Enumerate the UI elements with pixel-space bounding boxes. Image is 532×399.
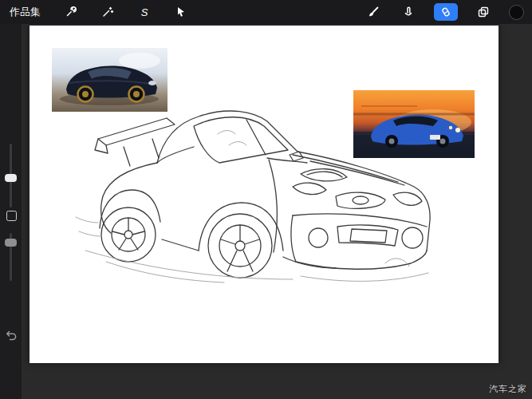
layers-icon	[477, 6, 490, 18]
modify-button[interactable]	[6, 211, 17, 221]
color-swatch[interactable]	[509, 5, 524, 20]
brush-size-handle[interactable]	[5, 174, 17, 182]
brush-button[interactable]	[364, 3, 383, 21]
brush-icon	[367, 6, 380, 18]
layers-button[interactable]	[474, 3, 493, 21]
selection-button[interactable]: S	[135, 3, 154, 21]
left-tool-group: S	[61, 3, 191, 21]
procreate-canvas-screen: { "topbar": { "gallery_label": "作品集", "l…	[0, 0, 532, 399]
undo-arrow-icon	[5, 329, 18, 342]
adjustments-button[interactable]	[98, 3, 117, 21]
blue-subaru-sunset-photo	[353, 90, 475, 158]
black-car-image	[52, 48, 167, 112]
drawing-canvas[interactable]	[30, 26, 499, 363]
right-tool-group	[364, 3, 524, 21]
eraser-icon	[439, 6, 452, 18]
black-model-car-photo	[52, 48, 167, 112]
transform-button[interactable]	[171, 3, 191, 21]
selection-icon: S	[138, 6, 151, 18]
brush-sidebar	[0, 24, 22, 399]
transform-arrow-icon	[175, 6, 187, 18]
smudge-finger-icon	[402, 6, 415, 18]
opacity-handle[interactable]	[5, 239, 17, 247]
actions-wrench-button[interactable]	[61, 3, 81, 21]
svg-text:S: S	[141, 6, 148, 18]
wrench-icon	[65, 6, 77, 18]
eraser-button[interactable]	[434, 3, 458, 21]
watermark: 汽车之家	[489, 383, 527, 395]
magic-wand-icon	[101, 6, 114, 18]
smudge-button[interactable]	[399, 3, 418, 21]
gallery-button[interactable]: 作品集	[10, 6, 41, 19]
undo-button[interactable]	[3, 327, 18, 342]
top-toolbar: 作品集 S	[0, 0, 532, 24]
blue-car-image	[353, 90, 475, 158]
